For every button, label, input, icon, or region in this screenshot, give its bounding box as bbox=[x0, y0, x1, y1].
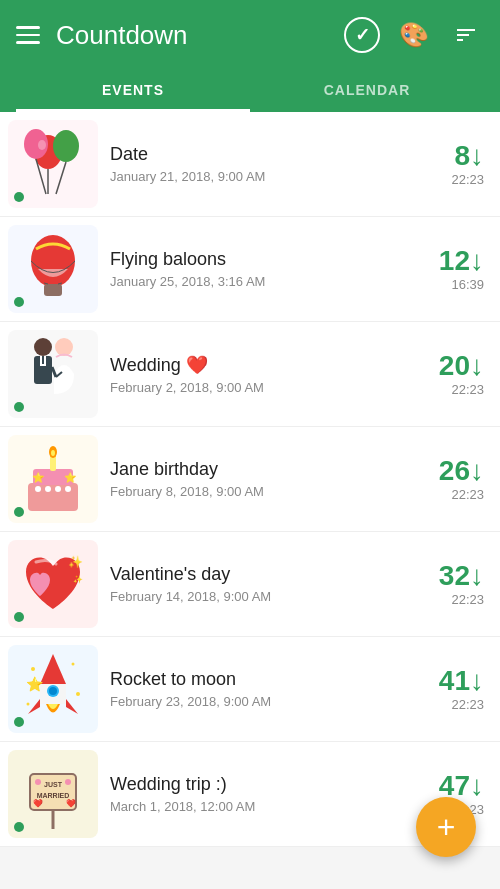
svg-point-27 bbox=[55, 486, 61, 492]
event-date: January 21, 2018, 9:00 AM bbox=[110, 169, 451, 184]
svg-point-22 bbox=[51, 450, 55, 456]
event-dot bbox=[14, 507, 24, 517]
event-days: 12↓ bbox=[439, 247, 484, 275]
event-name: Wedding trip :) bbox=[110, 774, 439, 795]
event-time: 22:23 bbox=[451, 487, 484, 502]
svg-text:❤️: ❤️ bbox=[33, 798, 43, 808]
svg-point-15 bbox=[55, 338, 73, 356]
event-info: Date January 21, 2018, 9:00 AM bbox=[110, 144, 451, 184]
svg-point-31 bbox=[31, 667, 35, 671]
tab-calendar[interactable]: CALENDAR bbox=[250, 70, 484, 112]
svg-point-11 bbox=[34, 338, 52, 356]
event-item[interactable]: ⭐ Rocket to moon February 23, 2018, 9:00… bbox=[0, 637, 500, 742]
svg-line-3 bbox=[56, 162, 66, 194]
event-days: 20↓ bbox=[439, 352, 484, 380]
svg-rect-8 bbox=[44, 284, 62, 296]
event-dot bbox=[14, 717, 24, 727]
svg-text:MARRIED: MARRIED bbox=[37, 792, 70, 799]
event-time: 22:23 bbox=[451, 697, 484, 712]
event-info: Wedding trip :) March 1, 2018, 12:00 AM bbox=[110, 774, 439, 814]
event-time: 16:39 bbox=[451, 277, 484, 292]
svg-rect-14 bbox=[42, 356, 44, 364]
svg-point-33 bbox=[76, 692, 80, 696]
event-dot bbox=[14, 402, 24, 412]
event-dot bbox=[14, 297, 24, 307]
event-date: February 2, 2018, 9:00 AM bbox=[110, 380, 439, 395]
event-name: Valentine's day bbox=[110, 564, 439, 585]
event-item[interactable]: ⭐ ⭐ Jane birthday February 8, 2018, 9:00… bbox=[0, 427, 500, 532]
event-days: 26↓ bbox=[439, 457, 484, 485]
event-days: 47↓ bbox=[439, 772, 484, 800]
svg-point-45 bbox=[35, 779, 41, 785]
event-date: January 25, 2018, 3:16 AM bbox=[110, 274, 439, 289]
event-thumbnail bbox=[8, 330, 98, 418]
svg-text:✨: ✨ bbox=[73, 574, 83, 584]
event-item[interactable]: ✨ ✨ Valentine's day February 14, 2018, 9… bbox=[0, 532, 500, 637]
event-days: 32↓ bbox=[439, 562, 484, 590]
event-date: February 8, 2018, 9:00 AM bbox=[110, 484, 439, 499]
event-time: 22:23 bbox=[451, 382, 484, 397]
header: Countdown 🎨 EVENTS CALENDAR bbox=[0, 0, 500, 112]
svg-text:✨: ✨ bbox=[68, 554, 83, 569]
svg-rect-18 bbox=[28, 483, 78, 511]
event-countdown: 41↓ 22:23 bbox=[439, 667, 484, 712]
svg-point-6 bbox=[38, 140, 46, 150]
event-thumbnail: ⭐ bbox=[8, 645, 98, 733]
palette-icon[interactable]: 🎨 bbox=[396, 17, 432, 53]
svg-point-26 bbox=[45, 486, 51, 492]
event-thumbnail: ✨ ✨ bbox=[8, 540, 98, 628]
event-countdown: 8↓ 22:23 bbox=[451, 142, 484, 187]
event-info: Flying baloons January 25, 2018, 3:16 AM bbox=[110, 249, 439, 289]
svg-point-25 bbox=[35, 486, 41, 492]
svg-text:⭐: ⭐ bbox=[26, 676, 44, 693]
event-dot bbox=[14, 192, 24, 202]
svg-point-28 bbox=[65, 486, 71, 492]
event-thumbnail bbox=[8, 120, 98, 208]
event-item[interactable]: Wedding ❤️ February 2, 2018, 9:00 AM 20↓… bbox=[0, 322, 500, 427]
app-container: Countdown 🎨 EVENTS CALENDAR bbox=[0, 0, 500, 847]
svg-point-36 bbox=[49, 687, 57, 695]
event-date: February 23, 2018, 9:00 AM bbox=[110, 694, 439, 709]
event-item[interactable]: Flying baloons January 25, 2018, 3:16 AM… bbox=[0, 217, 500, 322]
event-countdown: 32↓ 22:23 bbox=[439, 562, 484, 607]
event-info: Rocket to moon February 23, 2018, 9:00 A… bbox=[110, 669, 439, 709]
svg-text:❤️: ❤️ bbox=[66, 798, 76, 808]
event-info: Wedding ❤️ February 2, 2018, 9:00 AM bbox=[110, 354, 439, 395]
check-icon[interactable] bbox=[344, 17, 380, 53]
event-item[interactable]: Date January 21, 2018, 9:00 AM 8↓ 22:23 bbox=[0, 112, 500, 217]
tab-events[interactable]: EVENTS bbox=[16, 70, 250, 112]
event-days: 8↓ bbox=[454, 142, 484, 170]
event-name: Flying baloons bbox=[110, 249, 439, 270]
svg-point-46 bbox=[65, 779, 71, 785]
tab-bar: EVENTS CALENDAR bbox=[16, 70, 484, 112]
event-countdown: 26↓ 22:23 bbox=[439, 457, 484, 502]
event-date: February 14, 2018, 9:00 AM bbox=[110, 589, 439, 604]
events-list: Date January 21, 2018, 9:00 AM 8↓ 22:23 bbox=[0, 112, 500, 847]
event-name: Rocket to moon bbox=[110, 669, 439, 690]
svg-point-34 bbox=[27, 703, 30, 706]
menu-icon[interactable] bbox=[16, 26, 40, 44]
sort-icon[interactable] bbox=[448, 17, 484, 53]
event-name: Date bbox=[110, 144, 451, 165]
event-dot bbox=[14, 612, 24, 622]
event-info: Jane birthday February 8, 2018, 9:00 AM bbox=[110, 459, 439, 499]
event-thumbnail: JUST MARRIED ❤️ ❤️ bbox=[8, 750, 98, 838]
event-days: 41↓ bbox=[439, 667, 484, 695]
event-name: Wedding ❤️ bbox=[110, 354, 439, 376]
svg-text:JUST: JUST bbox=[44, 781, 63, 788]
event-date: March 1, 2018, 12:00 AM bbox=[110, 799, 439, 814]
event-name: Jane birthday bbox=[110, 459, 439, 480]
event-countdown: 20↓ 22:23 bbox=[439, 352, 484, 397]
event-thumbnail bbox=[8, 225, 98, 313]
event-dot bbox=[14, 822, 24, 832]
event-thumbnail: ⭐ ⭐ bbox=[8, 435, 98, 523]
event-time: 22:23 bbox=[451, 592, 484, 607]
svg-text:⭐: ⭐ bbox=[64, 471, 77, 484]
svg-point-2 bbox=[53, 130, 79, 162]
event-info: Valentine's day February 14, 2018, 9:00 … bbox=[110, 564, 439, 604]
svg-text:⭐: ⭐ bbox=[32, 471, 45, 484]
event-countdown: 12↓ 16:39 bbox=[439, 247, 484, 292]
svg-line-16 bbox=[52, 367, 56, 377]
svg-point-32 bbox=[72, 663, 75, 666]
add-event-fab[interactable]: + bbox=[416, 797, 476, 857]
